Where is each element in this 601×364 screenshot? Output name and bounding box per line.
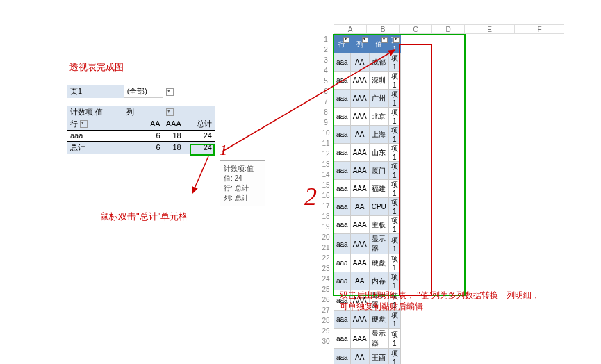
table-row[interactable]: aaaAACPU项1 xyxy=(334,198,401,216)
cell[interactable]: 项1 xyxy=(388,126,400,144)
total-0[interactable]: 6 xyxy=(124,141,163,154)
cell[interactable]: 项1 xyxy=(388,311,400,329)
table-row[interactable]: aaaAA王酉项1 xyxy=(334,349,401,365)
cell[interactable]: AAA xyxy=(350,108,369,126)
row-number[interactable]: 28 xyxy=(319,317,333,324)
cell[interactable]: AA xyxy=(350,126,369,144)
table-row[interactable]: aaaAAA显示器项1 xyxy=(334,234,401,254)
cell[interactable]: aaa xyxy=(334,272,351,290)
cell[interactable]: aaa xyxy=(334,72,351,90)
column-header[interactable]: A xyxy=(334,24,366,34)
page-dropdown-icon[interactable] xyxy=(166,88,174,96)
cell[interactable]: aaa xyxy=(334,126,351,144)
cell[interactable]: AAA xyxy=(350,216,369,234)
cell[interactable]: 项1 xyxy=(388,234,400,254)
cell[interactable]: 项1 xyxy=(388,162,400,180)
pivot-val-2[interactable]: 24 xyxy=(184,130,215,141)
row-number[interactable]: 26 xyxy=(319,296,333,304)
row-number[interactable]: 1 xyxy=(319,35,333,43)
row-number[interactable]: 7 xyxy=(319,98,333,106)
table-row[interactable]: aaaAA上海项1 xyxy=(334,126,401,144)
cell[interactable]: 硬盘 xyxy=(369,311,388,329)
pivot-table[interactable]: 页1 (全部) 计数项:值 列 行 AA AAA 总计 aaa 6 18 24 … xyxy=(67,85,215,154)
cell[interactable]: aaa xyxy=(334,108,351,126)
table-row[interactable]: aaaAAA广州项1 xyxy=(334,90,401,108)
cell[interactable]: aaa xyxy=(334,349,351,365)
cell[interactable]: aaa xyxy=(334,162,351,180)
column-header[interactable]: C xyxy=(399,24,431,34)
grid-header-row[interactable]: 行 xyxy=(334,35,351,53)
cell[interactable]: aaa xyxy=(334,90,351,108)
table-row[interactable]: aaaAAA显示器项1 xyxy=(334,329,401,349)
cell[interactable]: CPU xyxy=(369,198,388,216)
row-number[interactable]: 25 xyxy=(319,286,333,293)
row-number[interactable]: 16 xyxy=(319,192,333,199)
row-number[interactable]: 23 xyxy=(319,265,333,272)
filter-icon[interactable] xyxy=(362,37,368,43)
cell[interactable]: 王酉 xyxy=(369,349,388,365)
row-number[interactable]: 2 xyxy=(319,46,333,53)
cell[interactable]: 山东 xyxy=(369,144,388,162)
table-row[interactable]: aaaAAA厦门项1 xyxy=(334,162,401,180)
cell[interactable]: 成都 xyxy=(369,53,388,72)
row-number[interactable]: 29 xyxy=(319,327,333,335)
cell[interactable]: 项1 xyxy=(388,144,400,162)
table-row[interactable]: aaaAAA深圳项1 xyxy=(334,72,401,90)
row-number[interactable]: 21 xyxy=(319,244,333,251)
table-row[interactable]: aaaAAA北京项1 xyxy=(334,108,401,126)
cell[interactable]: AAA xyxy=(350,72,369,90)
row-number[interactable]: 6 xyxy=(319,88,333,95)
cell[interactable]: AAA xyxy=(350,329,369,349)
row-number[interactable]: 14 xyxy=(319,171,333,179)
row-field-label[interactable]: 行 xyxy=(67,118,124,131)
cell[interactable]: 项1 xyxy=(388,108,400,126)
cell[interactable]: aaa xyxy=(334,311,351,329)
cell[interactable]: 内存 xyxy=(369,272,388,290)
table-row[interactable]: aaaAAA硬盘项1 xyxy=(334,311,401,329)
cell[interactable]: aaa xyxy=(334,198,351,216)
cell[interactable]: AAA xyxy=(350,234,369,254)
row-number[interactable]: 20 xyxy=(319,233,333,241)
filter-icon[interactable] xyxy=(381,37,388,43)
cell[interactable]: 项1 xyxy=(388,329,400,349)
cell[interactable]: AA xyxy=(350,53,369,72)
cell[interactable]: AAA xyxy=(350,144,369,162)
cell[interactable]: AA xyxy=(350,272,369,290)
column-header[interactable]: F xyxy=(514,24,564,34)
cell[interactable]: AAA xyxy=(350,162,369,180)
col-field-label[interactable]: 列 xyxy=(124,106,163,118)
row-number[interactable]: 10 xyxy=(319,129,333,137)
col-dropdown-icon[interactable] xyxy=(166,108,174,116)
column-header[interactable]: B xyxy=(366,24,399,34)
cell[interactable]: aaa xyxy=(334,254,351,272)
row-number[interactable]: 12 xyxy=(319,150,333,158)
cell[interactable]: AAA xyxy=(350,90,369,108)
cell[interactable]: 福建 xyxy=(369,180,388,198)
row-number[interactable]: 11 xyxy=(319,140,333,147)
table-row[interactable]: aaaAAA山东项1 xyxy=(334,144,401,162)
cell[interactable]: 项1 xyxy=(388,72,400,90)
row-number[interactable]: 5 xyxy=(319,77,333,85)
cell[interactable]: 显示器 xyxy=(369,329,388,349)
table-row[interactable]: aaaAA成都项1 xyxy=(334,53,401,72)
cell[interactable]: aaa xyxy=(334,329,351,349)
row-number[interactable]: 13 xyxy=(319,160,333,168)
cell[interactable]: 项1 xyxy=(388,180,400,198)
row-number[interactable]: 4 xyxy=(319,67,333,74)
row-number[interactable]: 30 xyxy=(319,338,333,345)
cell[interactable]: 主板 xyxy=(369,216,388,234)
cell[interactable]: AAA xyxy=(350,180,369,198)
table-row[interactable]: aaaAAA硬盘项1 xyxy=(334,254,401,272)
cell[interactable]: AA xyxy=(350,349,369,365)
cell[interactable]: aaa xyxy=(334,53,351,72)
row-number[interactable]: 24 xyxy=(319,275,333,283)
row-number[interactable]: 3 xyxy=(319,56,333,64)
cell[interactable]: 北京 xyxy=(369,108,388,126)
filter-icon[interactable] xyxy=(393,37,400,43)
total-2[interactable]: 24 xyxy=(184,141,215,154)
row-number[interactable]: 17 xyxy=(319,202,333,210)
page-field-value[interactable]: (全部) xyxy=(124,85,163,98)
cell[interactable]: AAA xyxy=(350,254,369,272)
cell[interactable]: 厦门 xyxy=(369,162,388,180)
grid-header-page[interactable]: 页1 xyxy=(388,35,400,53)
